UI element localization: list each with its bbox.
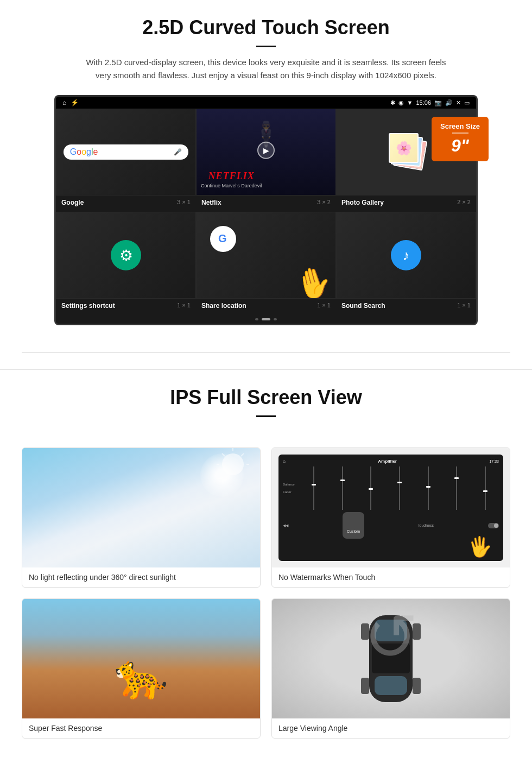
google-app-cell[interactable]: Google 🎤 xyxy=(56,109,196,195)
wifi-icon: ▼ xyxy=(407,99,413,106)
eq-back-btn: ◀◀ xyxy=(283,523,288,528)
eq-custom-btn: Custom xyxy=(343,512,364,539)
close-icon[interactable]: ✕ xyxy=(456,99,461,106)
eq-track-2 xyxy=(342,466,343,510)
home-icon[interactable]: ⌂ xyxy=(62,99,66,106)
app-grid-row2: ⚙ G ✋ xyxy=(56,212,476,299)
bluetooth-icon: ✱ xyxy=(390,99,395,106)
screen-size-badge: Screen Size 9" xyxy=(432,117,489,161)
window-icon: ▭ xyxy=(464,99,470,106)
google-label-name: Google xyxy=(61,199,84,206)
eq-slider-4 xyxy=(386,466,413,510)
scroll-dots xyxy=(56,315,476,324)
google-logo: Google xyxy=(70,147,98,157)
eq-slider-1 xyxy=(300,466,327,510)
cheetah-caption: Super Fast Response xyxy=(22,718,260,738)
svg-rect-11 xyxy=(375,676,407,695)
badge-size: 9" xyxy=(440,136,480,156)
settings-app-cell[interactable]: ⚙ xyxy=(56,212,196,299)
share-label-size: 1 × 1 xyxy=(317,302,331,310)
google-search-bar[interactable]: Google 🎤 xyxy=(64,144,188,160)
device-mockup: Screen Size 9" ⌂ ⚡ ✱ ◉ ▼ 15:06 📷 🔊 ✕ xyxy=(54,95,478,325)
section-divider-line xyxy=(22,352,510,353)
maps-icon-wrapper: G xyxy=(210,226,236,252)
app-grid-row1: Google 🎤 🕴 ▶ NETFLIX Continue Marvel's D… xyxy=(56,109,476,195)
eq-track-5 xyxy=(428,466,429,510)
cheetah-emoji: 🐆 xyxy=(114,651,168,702)
badge-title: Screen Size xyxy=(440,122,480,130)
eq-handle-3 xyxy=(369,488,373,490)
eq-touch-hand: 🖐 xyxy=(467,534,493,559)
gallery-stack: 🌸 xyxy=(384,130,428,174)
gallery-photo-1: 🌸 xyxy=(389,133,419,163)
eq-slider-2 xyxy=(329,466,356,510)
eq-track-4 xyxy=(399,466,400,510)
svg-line-6 xyxy=(222,453,225,456)
device-screen: ⌂ ⚡ ✱ ◉ ▼ 15:06 📷 🔊 ✕ ▭ xyxy=(54,95,478,325)
eq-slider-7 xyxy=(472,466,499,510)
maps-icon: G xyxy=(210,226,236,252)
settings-icon: ⚙ xyxy=(111,240,141,270)
netflix-subtitle: Continue Marvel's Daredevil xyxy=(201,183,262,188)
eq-labels: Balance Fader xyxy=(283,483,298,494)
ips-image-grid: No light reflecting under 360° direct su… xyxy=(0,437,532,749)
section2-divider xyxy=(256,415,276,417)
sunlight-caption: No light reflecting under 360° direct su… xyxy=(22,567,260,587)
eq-toggle xyxy=(488,523,499,528)
netflix-label: Netflix 3 × 2 xyxy=(196,198,336,207)
netflix-app-cell[interactable]: 🕴 ▶ NETFLIX Continue Marvel's Daredevil xyxy=(196,109,336,195)
netflix-label-size: 3 × 2 xyxy=(317,199,331,206)
play-button[interactable]: ▶ xyxy=(257,142,275,159)
netflix-logo: NETFLIX xyxy=(201,171,262,182)
dot-2-active xyxy=(262,318,270,320)
eq-bars-container: Balance Fader xyxy=(283,466,499,510)
eq-handle-2 xyxy=(340,480,345,481)
cheetah-image: 🐆 xyxy=(22,599,260,718)
svg-rect-14 xyxy=(361,678,369,694)
cheetah-caption-text: Super Fast Response xyxy=(29,724,102,733)
status-left: ⌂ ⚡ xyxy=(62,99,79,106)
google-label-size: 3 × 1 xyxy=(177,199,191,206)
eq-handle-6 xyxy=(454,477,459,479)
eq-screen: ⌂ Amplifier 17:33 Balance Fader xyxy=(278,455,503,561)
eq-slider-6 xyxy=(444,466,471,510)
app-labels-row1: Google 3 × 1 Netflix 3 × 2 Photo Gallery… xyxy=(56,195,476,212)
eq-status: 17:33 xyxy=(489,459,499,463)
section1-desc: With 2.5D curved-display screen, this de… xyxy=(81,56,451,82)
gallery-label-size: 2 × 2 xyxy=(457,199,471,206)
usb-icon: ⚡ xyxy=(71,99,79,106)
time-display: 15:06 xyxy=(416,99,431,106)
eq-track-7 xyxy=(485,466,486,510)
badge-divider xyxy=(452,133,468,134)
sunlight-image xyxy=(22,448,260,567)
svg-point-2 xyxy=(222,453,244,475)
app-labels-row2: Settings shortcut 1 × 1 Share location 1… xyxy=(56,299,476,315)
eq-handle-7 xyxy=(483,490,487,492)
eq-handle-4 xyxy=(397,482,402,483)
dot-3 xyxy=(274,318,277,320)
google-label: Google 3 × 1 xyxy=(56,198,196,207)
cheetah-card: 🐆 Super Fast Response xyxy=(22,598,261,739)
eq-handle-1 xyxy=(312,484,316,485)
share-location-app-cell[interactable]: G ✋ xyxy=(196,212,336,299)
netflix-label-name: Netflix xyxy=(201,199,221,206)
sound-search-app-cell[interactable]: ♪ xyxy=(336,212,476,299)
netflix-content: NETFLIX Continue Marvel's Daredevil xyxy=(201,171,262,188)
volume-icon: 🔊 xyxy=(445,99,453,106)
eq-sliders xyxy=(300,466,499,510)
share-label-name: Share location xyxy=(201,302,246,310)
eq-title: Amplifier xyxy=(378,459,397,464)
sun-rays-svg xyxy=(189,448,255,513)
eq-track-3 xyxy=(370,466,371,510)
section-ips: IPS Full Screen View xyxy=(0,369,532,437)
equalizer-card: ⌂ Amplifier 17:33 Balance Fader xyxy=(271,447,510,588)
gallery-label-name: Photo Gallery xyxy=(341,199,384,206)
sound-label-name: Sound Search xyxy=(341,302,385,310)
settings-label-size: 1 × 1 xyxy=(177,302,191,310)
car-image: ↺ xyxy=(272,599,510,718)
google-mic-icon[interactable]: 🎤 xyxy=(174,148,182,156)
section1-divider xyxy=(256,46,276,47)
car-caption-text: Large Viewing Angle xyxy=(278,724,347,733)
equalizer-caption-text: No Watermarks When Touch xyxy=(278,573,375,582)
car-rotation-indicator: ↺ xyxy=(364,604,419,670)
